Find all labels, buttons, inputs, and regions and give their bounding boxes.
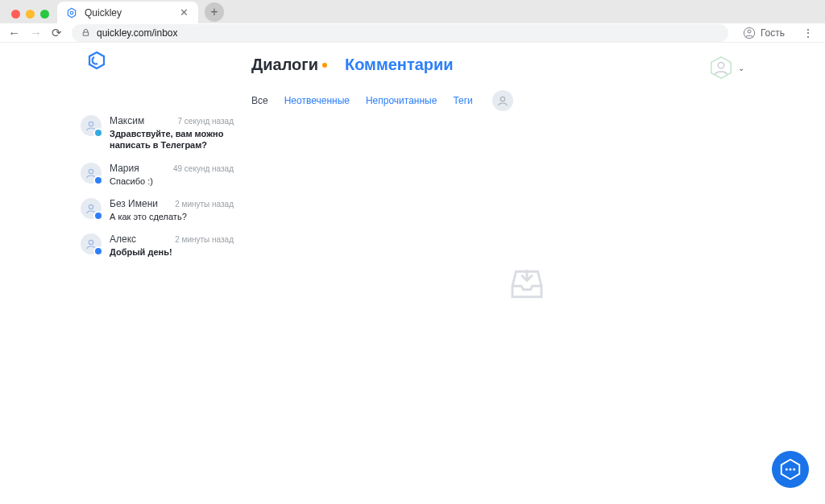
tab-dialogs[interactable]: Диалоги <box>251 56 327 74</box>
svg-marker-0 <box>68 8 75 18</box>
svg-point-3 <box>748 30 751 33</box>
person-icon <box>496 94 509 107</box>
dialog-time: 2 минуты назад <box>175 200 234 209</box>
main-tabs: Диалоги Комментарии <box>251 56 802 74</box>
browser-toolbar: ← → ⟳ quickley.com/inbox Гость ⋮ <box>0 23 825 43</box>
filter-row: Все Неотвеченные Непрочитанные Теги <box>251 90 802 111</box>
tab-title: Quickley <box>85 7 171 19</box>
svg-point-9 <box>89 204 93 209</box>
dialog-time: 7 секунд назад <box>178 117 234 126</box>
inbox-icon <box>505 262 549 306</box>
chat-fab[interactable] <box>772 451 809 488</box>
dialog-preview: А как это сделать? <box>110 211 234 222</box>
assignee-filter[interactable] <box>492 90 513 111</box>
filter-unread[interactable]: Непрочитанные <box>366 95 437 106</box>
unread-dot-icon <box>322 63 327 68</box>
dialog-avatar <box>81 233 102 254</box>
close-tab-button[interactable]: ✕ <box>177 6 190 19</box>
svg-point-11 <box>500 97 504 101</box>
dialog-name: Без Имени <box>110 198 158 209</box>
person-icon <box>743 27 756 39</box>
dialog-time: 2 минуты назад <box>175 235 234 244</box>
url-text: quickley.com/inbox <box>97 27 178 39</box>
empty-state <box>251 111 802 457</box>
dialog-avatar <box>81 163 102 184</box>
tab-bar: Quickley ✕ + <box>0 0 825 23</box>
app-logo[interactable] <box>87 51 106 73</box>
dialog-item[interactable]: Максим 7 секунд назад Здравствуйте, вам … <box>81 109 234 157</box>
app-root: ⌄ Максим 7 секунд назад Здравствуйте, ва… <box>0 43 825 504</box>
dialog-avatar <box>81 198 102 219</box>
tab-comments[interactable]: Комментарии <box>345 56 454 74</box>
dialog-name: Максим <box>110 115 144 126</box>
dialog-name: Алекс <box>110 233 136 245</box>
fab-hex-icon <box>778 457 802 481</box>
svg-point-13 <box>786 469 788 471</box>
reload-button[interactable]: ⟳ <box>52 26 62 40</box>
svg-point-10 <box>89 241 93 245</box>
channel-badge-icon <box>93 176 103 185</box>
back-button[interactable]: ← <box>8 26 20 39</box>
forward-button[interactable]: → <box>30 26 42 39</box>
dialog-avatar <box>81 115 102 136</box>
filter-all[interactable]: Все <box>251 95 268 106</box>
svg-point-14 <box>790 469 792 471</box>
browser-chrome: Quickley ✕ + ← → ⟳ quickley.com/inbox Го… <box>0 0 825 43</box>
channel-badge-icon <box>93 128 103 138</box>
svg-point-1 <box>70 11 73 14</box>
minimize-window-button[interactable] <box>26 10 35 19</box>
dialog-preview: Спасибо :) <box>110 176 234 187</box>
dialog-item[interactable]: Мария 49 секунд назад Спасибо :) <box>81 157 234 192</box>
dialog-time: 49 секунд назад <box>173 164 234 173</box>
maximize-window-button[interactable] <box>40 10 49 19</box>
browser-menu-button[interactable]: ⋮ <box>799 27 817 39</box>
dialog-preview: Здравствуйте, вам можно написать в Телег… <box>110 128 234 151</box>
channel-badge-icon <box>93 246 103 256</box>
dialog-preview: Добрый день! <box>110 246 234 258</box>
dialog-item[interactable]: Алекс 2 минуты назад Добрый день! <box>81 228 234 263</box>
favicon <box>65 6 78 19</box>
profile-chip[interactable]: Гость <box>738 25 790 41</box>
svg-point-8 <box>89 169 93 173</box>
lock-icon <box>81 28 90 37</box>
url-bar[interactable]: quickley.com/inbox <box>72 24 728 42</box>
main-pane: Диалоги Комментарии Все Неотвеченные Неп… <box>242 43 825 504</box>
window-controls <box>5 10 57 23</box>
svg-point-7 <box>89 122 93 126</box>
close-window-button[interactable] <box>11 10 20 19</box>
dialog-name: Мария <box>110 163 139 174</box>
filter-unanswered[interactable]: Неотвеченные <box>284 95 350 106</box>
filter-tags[interactable]: Теги <box>453 95 472 106</box>
dialog-list: Максим 7 секунд назад Здравствуйте, вам … <box>0 43 242 504</box>
dialog-item[interactable]: Без Имени 2 минуты назад А как это сдела… <box>81 192 234 228</box>
svg-point-15 <box>793 469 795 471</box>
new-tab-button[interactable]: + <box>205 2 224 22</box>
profile-label: Гость <box>761 27 785 39</box>
browser-tab[interactable]: Quickley ✕ <box>57 2 198 23</box>
channel-badge-icon <box>93 211 103 221</box>
